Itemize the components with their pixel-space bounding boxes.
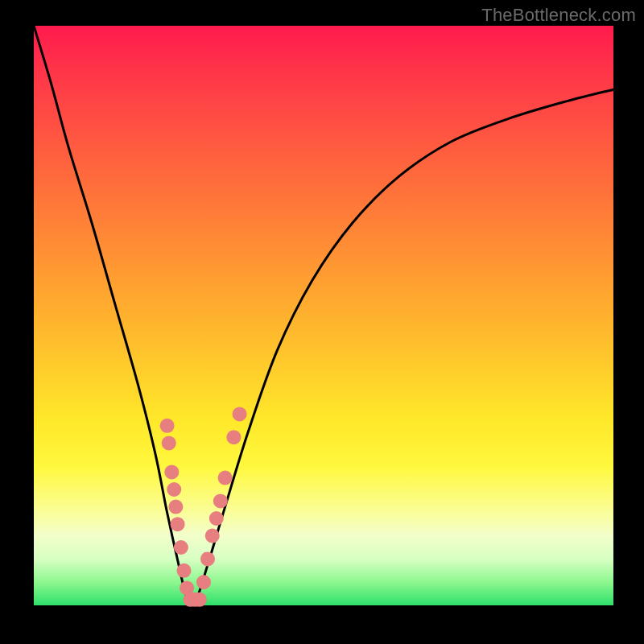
data-point xyxy=(209,511,224,526)
data-point xyxy=(192,592,207,607)
data-point xyxy=(196,575,211,589)
data-point xyxy=(218,471,233,485)
data-point xyxy=(205,529,220,543)
data-point xyxy=(174,540,188,555)
data-point xyxy=(164,464,179,479)
watermark-text: TheBottleneck.com xyxy=(481,5,636,26)
plot-area xyxy=(34,26,613,605)
data-point xyxy=(200,551,215,566)
chart-frame: TheBottleneck.com xyxy=(0,0,644,644)
data-point xyxy=(226,430,241,444)
data-point xyxy=(168,500,183,514)
curve-layer xyxy=(34,26,613,605)
bottleneck-curve xyxy=(34,26,613,604)
data-point xyxy=(160,419,175,433)
data-point xyxy=(176,564,191,578)
data-point xyxy=(171,517,185,531)
data-point xyxy=(162,436,176,450)
data-point xyxy=(233,407,247,421)
data-point xyxy=(213,493,228,508)
data-point xyxy=(167,482,181,497)
data-points xyxy=(160,407,247,606)
